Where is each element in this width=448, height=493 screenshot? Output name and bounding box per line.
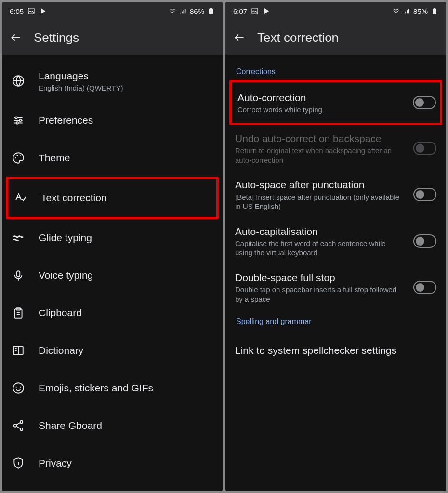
menu-item-dictionary[interactable]: Dictionary	[2, 332, 223, 369]
play-icon	[263, 7, 270, 15]
svg-rect-0	[28, 8, 34, 14]
toggle-undo-auto-correct	[413, 142, 436, 155]
app-bar: Settings	[2, 20, 223, 55]
book-icon	[12, 344, 25, 357]
text-correction-list: Corrections Auto-correction Correct word…	[225, 55, 446, 491]
menu-item-title: Preferences	[39, 114, 213, 127]
menu-item-voice-typing[interactable]: Voice typing	[2, 257, 223, 294]
svg-rect-2	[210, 8, 212, 9]
wifi-icon	[169, 7, 176, 15]
svg-point-14	[13, 383, 24, 393]
menu-item-emojis[interactable]: Emojis, stickers and GIFs	[2, 369, 223, 407]
menu-item-title: Clipboard	[39, 306, 213, 319]
shield-icon	[12, 457, 25, 469]
svg-rect-23	[434, 8, 435, 9]
svg-rect-21	[252, 8, 258, 14]
play-icon	[39, 7, 47, 15]
toggle-double-space[interactable]	[413, 281, 436, 294]
item-title: Double-space full stop	[235, 271, 402, 284]
item-title: Auto-space after punctuation	[235, 178, 402, 191]
menu-item-preferences[interactable]: Preferences	[2, 102, 223, 139]
battery-icon	[431, 7, 438, 15]
item-auto-space[interactable]: Auto-space after punctuation [Beta] Inse…	[225, 171, 446, 218]
toggle-auto-correction[interactable]	[413, 96, 436, 109]
back-arrow-icon[interactable]	[10, 31, 22, 44]
svg-point-16	[20, 387, 21, 388]
item-sub: Double tap on spacebar inserts a full st…	[235, 285, 402, 304]
menu-item-glide-typing[interactable]: Glide typing	[2, 219, 223, 257]
image-icon	[251, 7, 259, 15]
svg-point-7	[15, 157, 16, 158]
status-bar: 6:05 86%	[2, 2, 223, 20]
sliders-icon	[12, 114, 25, 127]
svg-rect-1	[209, 9, 213, 14]
clipboard-icon	[12, 307, 25, 319]
menu-item-clipboard[interactable]: Clipboard	[2, 294, 223, 332]
menu-item-title: Languages	[39, 69, 213, 82]
palette-icon	[12, 152, 25, 164]
item-sub: Correct words while typing	[237, 105, 401, 115]
menu-item-title: Glide typing	[39, 231, 213, 244]
item-title: Link to system spellchecker settings	[235, 344, 433, 357]
svg-point-4	[15, 117, 17, 118]
menu-item-title: Privacy	[39, 456, 213, 469]
phone-left-settings: 6:05 86% Settings Languages English (Ind…	[2, 2, 223, 491]
globe-icon	[12, 75, 25, 87]
share-icon	[12, 419, 25, 432]
wifi-icon	[392, 7, 400, 15]
glide-icon	[12, 232, 25, 244]
menu-item-title: Share Gboard	[39, 419, 213, 432]
page-title: Settings	[34, 30, 79, 45]
item-auto-correction[interactable]: Auto-correction Correct words while typi…	[232, 82, 440, 123]
menu-item-sub: English (India) (QWERTY)	[39, 83, 213, 93]
section-corrections: Corrections	[225, 61, 446, 80]
status-time: 6:07	[233, 7, 247, 15]
item-title: Undo auto-correct on backspace	[235, 132, 402, 145]
toggle-auto-space[interactable]	[413, 188, 436, 201]
svg-point-20	[18, 462, 19, 463]
emoji-icon	[12, 382, 25, 394]
menu-item-title: Dictionary	[39, 344, 213, 357]
status-bar: 6:07 85%	[225, 2, 446, 20]
svg-point-5	[19, 119, 21, 121]
item-title: Auto-correction	[237, 91, 401, 104]
menu-item-title: Voice typing	[39, 269, 213, 282]
back-arrow-icon[interactable]	[233, 31, 246, 44]
menu-item-title: Text correction	[41, 191, 212, 204]
menu-item-languages[interactable]: Languages English (India) (QWERTY)	[2, 61, 223, 102]
svg-rect-22	[433, 9, 436, 14]
item-sub: Capitalise the first word of each senten…	[235, 239, 402, 258]
status-battery: 86%	[190, 7, 204, 15]
section-spelling: Spelling and grammar	[225, 311, 446, 330]
highlight-text-correction: Text correction	[6, 177, 219, 219]
svg-point-9	[20, 155, 21, 156]
text-correction-icon	[14, 192, 27, 204]
svg-point-15	[16, 387, 17, 388]
item-title: Auto-capitalisation	[235, 225, 402, 238]
menu-item-theme[interactable]: Theme	[2, 139, 223, 177]
status-time: 6:05	[10, 7, 24, 15]
svg-rect-10	[17, 271, 20, 277]
item-double-space[interactable]: Double-space full stop Double tap on spa…	[225, 264, 446, 311]
item-sub: Return to original text when backspacing…	[235, 146, 402, 165]
page-title: Text correction	[257, 30, 339, 45]
mic-icon	[12, 269, 25, 282]
image-icon	[27, 7, 35, 15]
menu-item-share[interactable]: Share Gboard	[2, 407, 223, 444]
item-auto-cap[interactable]: Auto-capitalisation Capitalise the first…	[225, 218, 446, 264]
settings-list: Languages English (India) (QWERTY) Prefe…	[2, 55, 223, 491]
item-sub: [Beta] Insert space after punctuation (o…	[235, 193, 402, 211]
menu-item-privacy[interactable]: Privacy	[2, 444, 223, 482]
signal-icon	[179, 7, 187, 15]
battery-icon	[207, 7, 215, 15]
signal-icon	[403, 7, 410, 15]
status-battery: 85%	[413, 7, 428, 15]
menu-item-text-correction[interactable]: Text correction	[8, 179, 216, 217]
item-spellchecker-link[interactable]: Link to system spellchecker settings	[225, 330, 446, 370]
menu-item-title: Emojis, stickers and GIFs	[39, 381, 213, 394]
phone-right-text-correction: 6:07 85% Text correction Corrections Aut…	[225, 2, 446, 491]
toggle-auto-cap[interactable]	[413, 234, 436, 248]
item-undo-auto-correct: Undo auto-correct on backspace Return to…	[225, 125, 446, 171]
svg-point-6	[16, 122, 18, 124]
app-bar: Text correction	[225, 20, 446, 55]
